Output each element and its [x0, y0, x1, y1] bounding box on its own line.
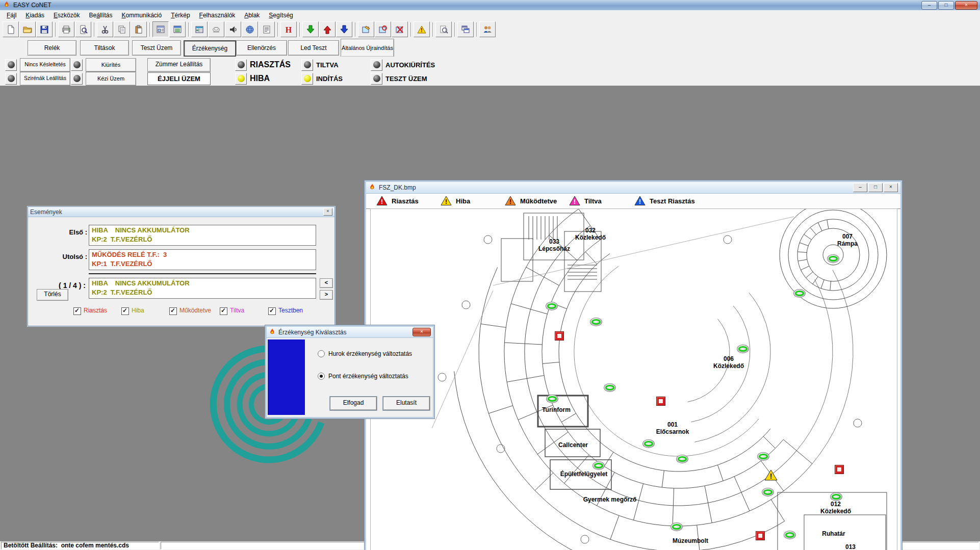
previous-event-button[interactable]: < [320, 278, 333, 288]
manual-call-point-icon[interactable] [756, 531, 765, 540]
paste-button[interactable] [131, 21, 147, 37]
mode-button-ellenorzes[interactable]: Ellenörzés [236, 40, 287, 56]
smoke-detector-icon[interactable] [830, 492, 842, 501]
floor-plan[interactable]: ITr 033Lépcsőház032Közlekedő007Rámpa006K… [370, 208, 897, 550]
map-window-titlebar[interactable]: FSZ_DK.bmp –□× [366, 182, 900, 194]
search-document-button[interactable] [435, 21, 452, 37]
checkbox-icon[interactable] [73, 307, 81, 315]
mode-button-relek[interactable]: Relék [28, 40, 76, 56]
lamp-autokiurites[interactable] [371, 59, 382, 71]
checkbox-icon[interactable] [220, 307, 227, 315]
smoke-detector-icon[interactable] [604, 383, 616, 392]
radio-pont-erzekenyseg-valtoztatas[interactable]: Pont érzékenység változtatás [318, 373, 408, 380]
arrow-down-blue-button[interactable] [336, 21, 352, 37]
lamp-szirenak-leallitas[interactable] [5, 73, 17, 85]
menu-kommunikacio[interactable]: Kommunikáció [117, 11, 167, 20]
users-button[interactable] [479, 21, 496, 37]
smoke-detector-icon[interactable] [676, 455, 688, 463]
print-button[interactable] [58, 21, 74, 37]
menu-eszkozok[interactable]: Eszközök [49, 11, 84, 20]
arrow-down-green-button[interactable] [302, 21, 319, 37]
filter-riasztas[interactable]: Riasztás [73, 307, 107, 315]
mode-button-teszt-uzem[interactable]: Teszt Üzem [132, 40, 181, 56]
table-view-button[interactable] [191, 21, 208, 37]
map-maximize-button[interactable]: □ [868, 183, 883, 192]
events-panel-close-button[interactable]: × [323, 208, 332, 216]
dialog-close-button[interactable]: × [412, 328, 431, 336]
menu-fajl[interactable]: Fájl [2, 11, 21, 20]
smoke-detector-icon[interactable] [737, 345, 749, 353]
manual-call-point-icon[interactable] [555, 331, 564, 341]
manual-call-point-icon[interactable] [835, 465, 844, 474]
bell-button[interactable] [208, 21, 224, 37]
window-layout-button[interactable] [169, 21, 186, 37]
map-edit-button[interactable] [358, 21, 374, 37]
filter-hiba[interactable]: Hiba [121, 307, 144, 315]
smoke-detector-icon[interactable] [762, 488, 774, 496]
smoke-detector-icon[interactable] [757, 452, 769, 461]
manual-call-point-icon[interactable] [656, 397, 665, 406]
radio-button-icon[interactable] [318, 350, 325, 357]
network-globe-button[interactable] [242, 21, 258, 37]
smoke-detector-icon[interactable] [546, 302, 558, 310]
lamp-nincs-kesleltetes[interactable] [5, 59, 17, 71]
arrow-up-red-button[interactable] [319, 21, 336, 37]
checkbox-icon[interactable] [169, 307, 177, 315]
menu-kiadas[interactable]: Kiadás [21, 11, 49, 20]
event-list-button[interactable] [259, 21, 275, 37]
save-button[interactable] [36, 21, 53, 37]
checkbox-icon[interactable] [268, 307, 276, 315]
events-panel-titlebar[interactable]: Események × [28, 207, 334, 217]
filter-mukodtetve[interactable]: Működtetve [169, 307, 211, 315]
menu-terkep[interactable]: Térkép [166, 11, 194, 20]
cut-button[interactable] [97, 21, 113, 37]
szirenak-leallitas-button[interactable]: Szirénák Leállítás [20, 72, 70, 86]
smoke-detector-icon[interactable] [592, 461, 605, 470]
new-document-button[interactable] [3, 21, 19, 37]
next-event-button[interactable]: > [320, 290, 333, 300]
filter-tesztben[interactable]: Tesztben [268, 307, 303, 315]
nincs-kesleltetes-button[interactable]: Nincs Késleltetés [20, 58, 70, 72]
mode-button-altalanos-ujrainditas[interactable]: Általános Újraindítás [341, 39, 394, 57]
clear-events-button[interactable]: Törlés [37, 289, 68, 301]
menu-ablak[interactable]: Ablak [240, 11, 264, 20]
map-minimize-button[interactable]: – [853, 183, 867, 192]
radio-button-icon[interactable] [318, 373, 325, 380]
lamp-inditas[interactable] [301, 73, 313, 85]
radio-hurok-erzekenyseg-valtoztatas[interactable]: Hurok érzékenység változtatás [318, 350, 412, 357]
cascade-windows-button[interactable] [457, 21, 474, 37]
kiurites-button[interactable]: Kiürítés [86, 58, 136, 72]
lamp-hiba[interactable] [235, 73, 247, 85]
reject-button[interactable]: Elutasít [383, 397, 430, 410]
speaker-button[interactable] [225, 21, 241, 37]
smoke-detector-icon[interactable] [793, 289, 806, 298]
zummer-leallitas-button[interactable]: Zümmer Leállítás [147, 58, 211, 72]
mode-button-led-teszt[interactable]: Led Teszt [288, 40, 339, 56]
menu-felhasznalok[interactable]: Felhasználók [195, 11, 240, 20]
map-close-button[interactable]: × [884, 183, 898, 192]
lamp-riasztas[interactable] [235, 59, 247, 71]
open-folder-button[interactable] [19, 21, 36, 37]
mode-button-erzekenyseg[interactable]: Érzékenység [184, 40, 236, 57]
mode-button-tiltasok[interactable]: Tiltások [80, 40, 129, 56]
smoke-detector-icon[interactable] [642, 439, 655, 448]
print-preview-button[interactable] [75, 21, 91, 37]
minimize-button[interactable]: – [921, 1, 937, 10]
smoke-detector-icon[interactable] [827, 254, 839, 263]
window-toggle-button[interactable] [152, 21, 169, 37]
menu-segitseg[interactable]: Segítség [264, 11, 297, 20]
smoke-detector-icon[interactable] [670, 522, 683, 531]
map-delete-button[interactable] [392, 21, 408, 37]
fault-warning-icon[interactable]: ! [764, 469, 778, 483]
warning-button[interactable]: ! [414, 21, 430, 37]
smoke-detector-icon[interactable] [784, 531, 796, 539]
close-button[interactable]: × [955, 1, 977, 10]
lamp-kezi-uzem[interactable] [71, 73, 83, 85]
lamp-tiltva[interactable] [301, 59, 313, 71]
maximize-button[interactable]: □ [938, 1, 954, 10]
lamp-kiurites[interactable] [71, 59, 83, 71]
kezi-uzem-button[interactable]: Kézi Üzem [86, 72, 136, 86]
letter-h-button[interactable]: H [280, 21, 297, 37]
smoke-detector-icon[interactable] [546, 395, 558, 403]
checkbox-icon[interactable] [121, 307, 129, 315]
